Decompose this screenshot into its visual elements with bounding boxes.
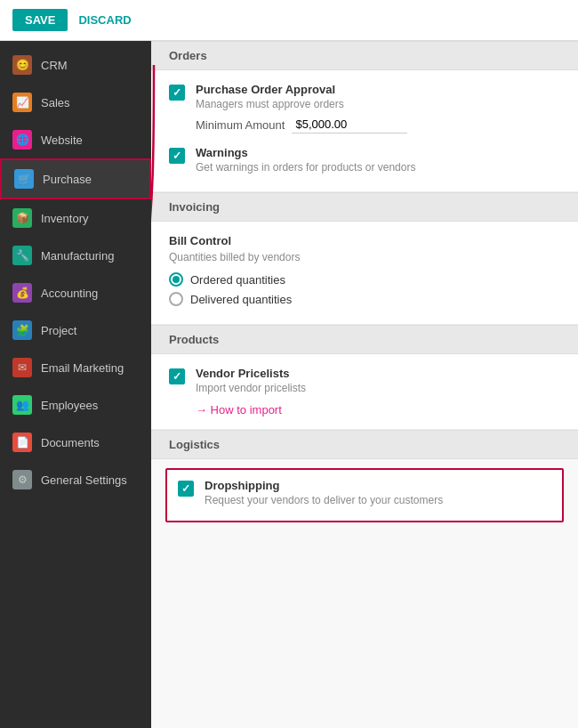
accounting-icon: 💰 [12,283,32,303]
orders-section-content: Purchase Order Approval Managers must ap… [151,70,578,192]
sidebar-item-project[interactable]: 🧩 Project [0,311,151,349]
project-icon: 🧩 [12,320,32,340]
sidebar-item-manufacturing-label: Manufacturing [41,249,114,263]
warnings-label: Warnings [196,146,415,159]
website-icon: 🌐 [12,130,32,150]
ordered-quantities-radio[interactable] [169,272,183,287]
vendor-pricelists-row: Vendor Pricelists Import vendor pricelis… [169,367,560,417]
save-button[interactable]: SAVE [12,9,68,31]
sidebar-item-settings-label: General Settings [41,473,127,487]
invoicing-section-header: Invoicing [151,192,578,222]
logistics-section: Logistics Dropshipping Request your vend… [151,430,578,522]
sidebar-item-accounting-label: Accounting [41,287,98,300]
warnings-checkbox[interactable] [169,148,185,164]
purchase-order-approval-details: Purchase Order Approval Managers must ap… [196,83,407,133]
sidebar-item-employees[interactable]: 👥 Employees [0,386,151,424]
dropshipping-desc: Request your vendors to deliver to your … [205,494,443,506]
delivered-quantities-radio[interactable] [169,292,183,306]
how-to-import-link[interactable]: → How to import [196,403,282,417]
ordered-quantities-label: Ordered quantities [190,273,285,287]
products-section-content: Vendor Pricelists Import vendor pricelis… [151,354,578,430]
vendor-pricelists-label: Vendor Pricelists [196,367,306,380]
delivered-quantities-row: Delivered quantities [169,292,560,306]
vendor-pricelists-details: Vendor Pricelists Import vendor pricelis… [196,367,306,417]
purchase-order-approval-checkbox[interactable] [169,85,185,101]
sales-icon: 📈 [12,93,32,112]
sidebar-item-documents-label: Documents [41,436,100,449]
sidebar-item-manufacturing[interactable]: 🔧 Manufacturing [0,237,151,274]
bill-control-label: Bill Control [169,234,560,247]
discard-button[interactable]: DISCARD [78,13,131,27]
minimum-amount-input[interactable] [292,116,407,133]
sidebar-item-purchase-label: Purchase [43,173,92,186]
warnings-desc: Get warnings in orders for products or v… [196,161,415,174]
main-content: Orders Purchase Order Approval Managers … [151,41,578,728]
sidebar-item-project-label: Project [41,324,76,337]
sidebar-item-accounting[interactable]: 💰 Accounting [0,274,151,311]
orders-section-header: Orders [151,41,578,70]
crm-icon: 😊 [12,55,32,75]
warnings-row: Warnings Get warnings in orders for prod… [169,146,560,179]
products-section-header: Products [151,325,578,354]
settings-icon: ⚙ [12,470,32,489]
email-icon: ✉ [12,358,32,377]
vendor-pricelists-desc: Import vendor pricelists [196,382,306,394]
ordered-quantities-row: Ordered quantities [169,272,560,287]
purchase-order-approval-desc: Managers must approve orders [196,98,407,110]
sidebar-item-email-label: Email Marketing [41,361,124,375]
invoicing-section-content: Bill Control Quantities billed by vendor… [151,222,578,325]
logistics-section-header: Logistics [151,430,578,459]
purchase-order-approval-row: Purchase Order Approval Managers must ap… [169,83,560,133]
sidebar-item-documents[interactable]: 📄 Documents [0,424,151,461]
top-bar: SAVE DISCARD [0,0,578,41]
sidebar-item-sales[interactable]: 📈 Sales [0,84,151,121]
sidebar-item-email[interactable]: ✉ Email Marketing [0,349,151,386]
bill-control-desc: Quantities billed by vendors [169,251,560,263]
sidebar-item-sales-label: Sales [41,96,70,109]
sidebar-item-website[interactable]: 🌐 Website [0,121,151,158]
sidebar-item-purchase[interactable]: 🛒 Purchase [0,158,151,199]
sidebar-item-settings[interactable]: ⚙ General Settings [0,461,151,498]
sidebar-item-inventory[interactable]: 📦 Inventory [0,199,151,237]
dropshipping-box: Dropshipping Request your vendors to del… [165,468,564,522]
sidebar-item-employees-label: Employees [41,399,98,412]
minimum-amount-label: Minimum Amount [196,118,285,132]
sidebar-item-website-label: Website [41,133,83,147]
dropshipping-checkbox[interactable] [178,481,194,497]
sidebar-item-inventory-label: Inventory [41,212,88,225]
dropshipping-details: Dropshipping Request your vendors to del… [205,479,443,512]
manufacturing-icon: 🔧 [12,246,32,265]
minimum-amount-field: Minimum Amount [196,116,407,133]
sidebar-item-crm[interactable]: 😊 CRM [0,46,151,84]
warnings-details: Warnings Get warnings in orders for prod… [196,146,415,179]
delivered-quantities-label: Delivered quantities [190,293,292,306]
purchase-icon: 🛒 [14,169,34,189]
documents-icon: 📄 [12,433,32,452]
app-body: 😊 CRM 📈 Sales 🌐 Website 🛒 Purchase [0,41,578,728]
sidebar: 😊 CRM 📈 Sales 🌐 Website 🛒 Purchase [0,41,151,728]
dropshipping-label: Dropshipping [205,479,443,492]
sidebar-item-crm-label: CRM [41,59,68,72]
employees-icon: 👥 [12,395,32,415]
how-to-import-text: → How to import [196,403,282,417]
vendor-pricelists-checkbox[interactable] [169,368,185,384]
purchase-order-approval-label: Purchase Order Approval [196,83,407,96]
inventory-icon: 📦 [12,208,32,228]
